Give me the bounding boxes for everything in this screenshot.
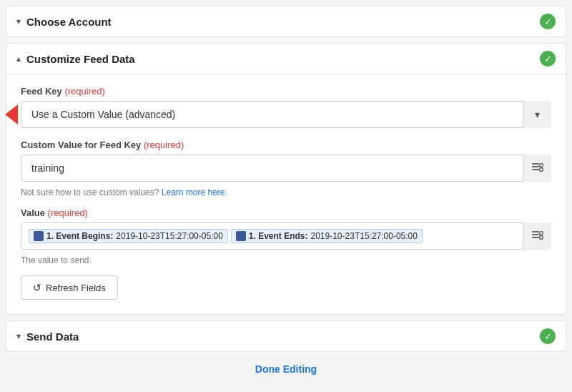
send-chevron-down-icon: ▾ (16, 331, 21, 341)
customize-feed-status-icon: ✓ (540, 51, 556, 67)
red-arrow-pointer (5, 104, 18, 124)
custom-value-action-icon[interactable] (523, 155, 551, 182)
chevron-down-icon: ▾ (16, 16, 21, 26)
customize-feed-body: Feed Key (required) Use a Custom Value (… (6, 74, 566, 314)
customize-feed-title: Customize Feed Data (26, 53, 135, 65)
send-data-header[interactable]: ▾ Send Data ✓ (6, 321, 566, 351)
svg-rect-5 (532, 231, 539, 232)
feed-key-select[interactable]: Use a Custom Value (advanced) Default (21, 101, 551, 128)
value-required: (required) (48, 207, 88, 218)
svg-rect-6 (532, 234, 539, 235)
custom-value-required: (required) (144, 139, 184, 150)
send-data-section: ▾ Send Data ✓ (6, 320, 566, 352)
svg-rect-2 (532, 169, 539, 170)
event-ends-value: 2019-10-23T15:27:00-05:00 (311, 231, 418, 241)
value-field-hint: The value to send. (21, 255, 551, 265)
choose-account-header-left: ▾ Choose Account (16, 16, 112, 28)
send-data-title: Send Data (26, 330, 79, 343)
custom-value-label: Custom Value for Feed Key (required) (21, 139, 551, 150)
event-ends-label: 1. Event Ends: (249, 231, 308, 241)
learn-more-link[interactable]: Learn more here. (162, 187, 227, 197)
feed-key-label: Feed Key (required) (21, 86, 551, 97)
svg-point-8 (539, 232, 543, 235)
done-editing-row: Done Editing (0, 358, 572, 378)
event-begins-value: 2019-10-23T15:27:00-05:00 (116, 231, 222, 241)
calendar-icon-2 (236, 231, 246, 241)
svg-point-3 (539, 164, 543, 167)
send-data-status-icon: ✓ (540, 328, 556, 344)
choose-account-section: ▾ Choose Account ✓ (6, 6, 566, 37)
value-field-wrapper: 1. Event Begins: 2019-10-23T15:27:00-05:… (21, 222, 551, 250)
customize-feed-section: ▴ Customize Feed Data ✓ Feed Key (requir… (6, 43, 566, 315)
value-field-content[interactable]: 1. Event Begins: 2019-10-23T15:27:00-05:… (21, 222, 551, 250)
svg-rect-1 (532, 166, 539, 167)
svg-point-9 (539, 236, 543, 240)
calendar-icon (34, 231, 44, 241)
choose-account-header[interactable]: ▾ Choose Account ✓ (6, 6, 566, 36)
event-begins-label: 1. Event Begins: (46, 231, 113, 241)
value-action-icon[interactable] (523, 222, 551, 250)
event-begins-chip: 1. Event Begins: 2019-10-23T15:27:00-05:… (29, 229, 228, 243)
customize-feed-header[interactable]: ▴ Customize Feed Data ✓ (6, 44, 566, 74)
svg-rect-0 (532, 163, 539, 165)
refresh-fields-button[interactable]: ↺ Refresh Fields (21, 275, 118, 300)
custom-value-input-wrapper (21, 155, 551, 182)
refresh-fields-label: Refresh Fields (46, 283, 106, 293)
custom-value-input[interactable] (21, 155, 551, 182)
svg-rect-7 (532, 237, 539, 238)
custom-value-hint: Not sure how to use custom values? Learn… (21, 187, 551, 197)
feed-key-required: (required) (64, 86, 104, 97)
customize-feed-header-left: ▴ Customize Feed Data (16, 53, 135, 65)
value-field-label: Value (required) (21, 207, 551, 218)
feed-key-select-wrapper: Use a Custom Value (advanced) Default ▾ (21, 101, 551, 128)
event-ends-chip: 1. Event Ends: 2019-10-23T15:27:00-05:00 (231, 229, 423, 243)
send-data-header-left: ▾ Send Data (16, 330, 79, 343)
done-editing-button[interactable]: Done Editing (255, 363, 317, 375)
chevron-up-icon: ▴ (16, 54, 21, 64)
choose-account-title: Choose Account (26, 16, 112, 28)
svg-point-4 (539, 168, 543, 172)
choose-account-status-icon: ✓ (540, 14, 556, 29)
refresh-icon: ↺ (33, 282, 41, 293)
